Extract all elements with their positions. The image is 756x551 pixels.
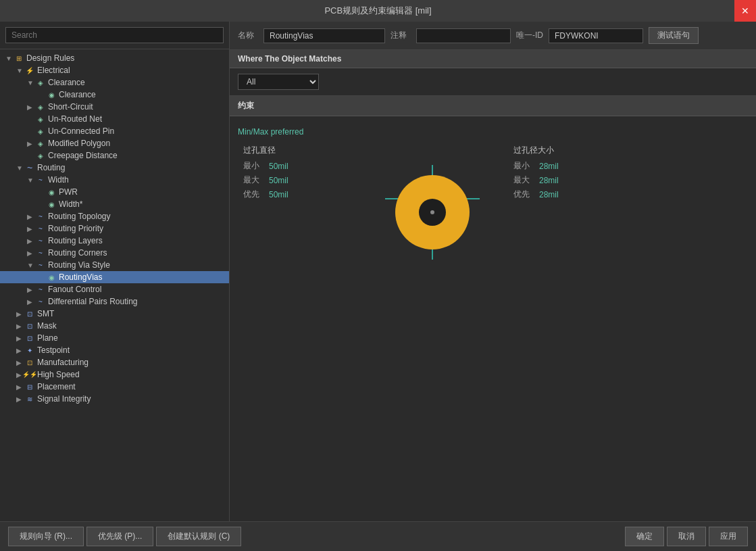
tree-label-electrical: Electrical: [37, 66, 70, 75]
cancel-btn[interactable]: 取消: [667, 527, 706, 546]
tree-icon-routing-vias: ◉: [46, 272, 57, 282]
tree-arrow-modified-polygon[interactable]: ▶: [27, 140, 35, 147]
tree-item-width-star[interactable]: ◉Width*: [0, 198, 229, 210]
tree-label-high-speed: High Speed: [37, 370, 80, 379]
tree-arrow-routing-priority[interactable]: ▶: [27, 225, 35, 233]
tree-item-un-connected-pin[interactable]: ◈Un-Connected Pin: [0, 125, 229, 137]
tree-item-mask[interactable]: ▶⊡Mask: [0, 320, 229, 332]
tree-item-routing-layers[interactable]: ▶~Routing Layers: [0, 235, 229, 247]
tree-item-plane[interactable]: ▶⊡Plane: [0, 332, 229, 344]
tree-icon-modified-polygon: ◈: [35, 139, 46, 148]
tree-item-routing-vias[interactable]: ◉RoutingVias: [0, 271, 229, 283]
tree-item-clearance-item[interactable]: ◉Clearance: [0, 89, 229, 101]
tree-item-fanout-control[interactable]: ▶~Fanout Control: [0, 283, 229, 295]
tree-label-routing-via-style: Routing Via Style: [48, 260, 110, 270]
tree-arrow-differential-pairs[interactable]: ▶: [27, 298, 35, 306]
search-bar: [0, 22, 229, 49]
tree-item-differential-pairs[interactable]: ▶~Differential Pairs Routing: [0, 295, 229, 308]
tree-icon-routing: ~: [24, 163, 35, 172]
apply-btn[interactable]: 应用: [709, 527, 748, 546]
tree-item-short-circuit[interactable]: ▶◈Short-Circuit: [0, 101, 229, 113]
tree-item-routing-via-style[interactable]: ▼~Routing Via Style: [0, 259, 229, 271]
tree-item-pwr[interactable]: ◉PWR: [0, 186, 229, 198]
tree-item-high-speed[interactable]: ▶⚡⚡High Speed: [0, 368, 229, 381]
tree-arrow-manufacturing[interactable]: ▶: [16, 359, 24, 366]
bottom-left-buttons: 规则向导 (R)... 优先级 (P)... 创建默认规则 (C): [8, 527, 241, 546]
tree-icon-electrical: ⚡: [24, 66, 35, 75]
tree-icon-routing-corners: ~: [35, 248, 46, 258]
tree-item-routing[interactable]: ▼~Routing: [0, 162, 229, 174]
tree-icon-design-rules: ⊞: [14, 53, 24, 63]
via-hole-pref-row: 优先 28mil: [513, 189, 622, 200]
tree-arrow-placement[interactable]: ▶: [16, 383, 24, 391]
tree-arrow-smt[interactable]: ▶: [16, 310, 24, 318]
tree-arrow-fanout-control[interactable]: ▶: [27, 286, 35, 293]
tree-arrow-routing-via-style[interactable]: ▼: [27, 262, 35, 269]
id-input[interactable]: [549, 28, 643, 43]
tree-arrow-testpoint[interactable]: ▶: [16, 347, 24, 354]
tree-label-plane: Plane: [37, 333, 58, 343]
tree-item-creepage-distance[interactable]: ◈Creepage Distance: [0, 149, 229, 162]
tree-label-testpoint: Testpoint: [37, 345, 70, 355]
close-button[interactable]: ✕: [734, 0, 756, 22]
tree-label-width-group: Width: [48, 175, 69, 185]
tree-item-clearance-group[interactable]: ▼◈Clearance: [0, 76, 229, 89]
tree-arrow-routing-layers[interactable]: ▶: [27, 237, 35, 245]
tree-item-signal-integrity[interactable]: ▶≋Signal Integrity: [0, 393, 229, 405]
tree-label-mask: Mask: [37, 321, 57, 331]
tree-label-placement: Placement: [37, 382, 76, 391]
name-input[interactable]: [263, 28, 385, 43]
tree-item-electrical[interactable]: ▼⚡Electrical: [0, 64, 229, 76]
constraint-sub-label: Min/Max preferred: [238, 127, 748, 137]
tree-item-design-rules[interactable]: ▼⊞Design Rules: [0, 52, 229, 64]
tree-icon-signal-integrity: ≋: [24, 394, 35, 404]
tree-arrow-short-circuit[interactable]: ▶: [27, 103, 35, 111]
tree-item-manufacturing[interactable]: ▶⊡Manufacturing: [0, 356, 229, 368]
tree-item-un-routed-net[interactable]: ◈Un-Routed Net: [0, 113, 229, 125]
create-default-btn[interactable]: 创建默认规则 (C): [156, 527, 241, 546]
tree-label-manufacturing: Manufacturing: [37, 358, 89, 367]
bottom-right-buttons: 确定 取消 应用: [625, 527, 748, 546]
via-diagram-area: 过孔直径 最小 50mil 最大 50mil 优先 50mil: [238, 145, 748, 282]
tree-item-smt[interactable]: ▶⊡SMT: [0, 308, 229, 320]
tree-label-routing-vias: RoutingVias: [59, 272, 103, 282]
tree-arrow-electrical[interactable]: ▼: [16, 67, 24, 74]
tree-icon-un-connected-pin: ◈: [35, 126, 46, 136]
tree-item-width-group[interactable]: ▼~Width: [0, 174, 229, 186]
where-dropdown[interactable]: AllNetNet ClassLayerNet and Layer: [238, 74, 319, 90]
tree-label-short-circuit: Short-Circuit: [48, 102, 93, 112]
tree-item-routing-corners[interactable]: ▶~Routing Corners: [0, 247, 229, 259]
tree-arrow-plane[interactable]: ▶: [16, 335, 24, 342]
rules-wizard-btn[interactable]: 规则向导 (R)...: [8, 527, 84, 546]
tree-icon-routing-via-style: ~: [35, 260, 46, 270]
search-input[interactable]: [5, 27, 224, 43]
tree-label-pwr: PWR: [59, 187, 78, 197]
tree-item-testpoint[interactable]: ▶✦Testpoint: [0, 344, 229, 356]
window-title: PCB规则及约束编辑器 [mil]: [324, 5, 431, 17]
via-diameter-params: 过孔直径 最小 50mil 最大 50mil 优先 50mil: [243, 145, 351, 211]
tree-label-clearance-group: Clearance: [48, 78, 85, 87]
tree-icon-manufacturing: ⊡: [24, 358, 35, 367]
tree-arrow-design-rules[interactable]: ▼: [5, 55, 14, 62]
tree-arrow-routing-topology[interactable]: ▶: [27, 213, 35, 220]
tree-arrow-routing[interactable]: ▼: [16, 164, 24, 172]
tree-arrow-mask[interactable]: ▶: [16, 322, 24, 330]
tree-item-routing-topology[interactable]: ▶~Routing Topology: [0, 210, 229, 222]
tree-item-placement[interactable]: ▶⊟Placement: [0, 381, 229, 393]
tree-item-modified-polygon[interactable]: ▶◈Modified Polygon: [0, 137, 229, 149]
svg-point-10: [430, 210, 434, 214]
priority-btn[interactable]: 优先级 (P)...: [86, 527, 153, 546]
comment-input[interactable]: [416, 28, 511, 43]
via-diam-pref-label: 优先: [243, 189, 263, 200]
test-btn[interactable]: 测试语句: [649, 27, 699, 44]
ok-btn[interactable]: 确定: [625, 527, 664, 546]
tree-icon-clearance-group: ◈: [35, 78, 46, 87]
tree-item-routing-priority[interactable]: ▶~Routing Priority: [0, 222, 229, 235]
tree-icon-smt: ⊡: [24, 309, 35, 318]
tree-label-fanout-control: Fanout Control: [48, 285, 101, 294]
tree-arrow-routing-corners[interactable]: ▶: [27, 249, 35, 257]
tree-icon-routing-layers: ~: [35, 236, 46, 245]
tree-arrow-signal-integrity[interactable]: ▶: [16, 396, 24, 403]
tree-arrow-width-group[interactable]: ▼: [27, 176, 35, 184]
tree-arrow-clearance-group[interactable]: ▼: [27, 79, 35, 87]
